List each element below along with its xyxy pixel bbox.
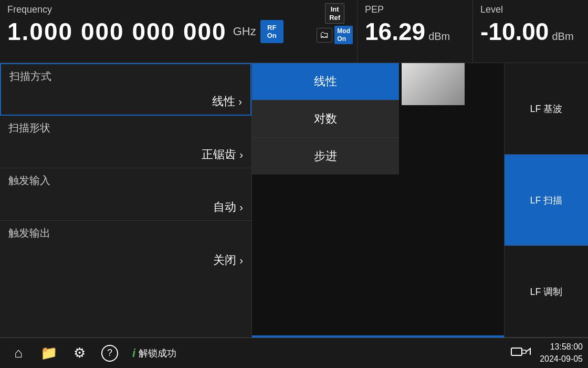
int-ref-line2: Ref [329, 14, 340, 22]
menu-item-trigger-output-value: 关闭 [213, 252, 236, 268]
left-menu-panel: 扫描方式 线性 › 扫描形状 正锯齿 › 触发输入 自动 › [0, 63, 252, 338]
freq-label: Frequency [7, 4, 305, 15]
help-icon: ? [101, 345, 118, 362]
file-icon-button[interactable]: 🗂 [317, 28, 332, 43]
dropdown-item-log[interactable]: 对数 [252, 100, 399, 138]
footer-time: 13:58:00 [540, 341, 583, 353]
folder-button[interactable]: 📁 [36, 342, 62, 365]
menu-item-trigger-input-value: 自动 [213, 199, 236, 215]
frequency-section: Frequency 1.000 000 000 000 GHz RF On [0, 0, 312, 63]
file-icon: 🗂 [320, 29, 329, 40]
level-value: -10.00 [480, 17, 549, 46]
func-btn-lf-mod[interactable]: LF 调制 [505, 246, 588, 338]
dropdown-item-linear[interactable]: 线性 [252, 63, 399, 100]
dropdown-item-step[interactable]: 步进 [252, 138, 399, 175]
chevron-right-icon3: › [239, 201, 243, 213]
menu-item-scan-shape-title: 扫描形状 [8, 121, 243, 135]
settings-button[interactable]: ⚙ [66, 342, 92, 365]
mod-on-badge: Mod On [334, 26, 353, 44]
chevron-right-icon4: › [239, 254, 243, 267]
connect-button[interactable] [510, 344, 531, 363]
footer-datetime: 13:58:00 2024-09-05 [540, 341, 583, 365]
menu-item-scan-shape-value: 正锯齿 [202, 147, 236, 162]
lf-base-label: LF 基波 [530, 103, 562, 115]
level-label: Level [480, 4, 581, 15]
menu-item-trigger-output[interactable]: 触发输出 关闭 › [0, 221, 251, 273]
menu-item-scan-shape[interactable]: 扫描形状 正锯齿 › [0, 116, 251, 168]
rf-on-button[interactable]: RF On [260, 20, 284, 43]
menu-item-trigger-output-title: 触发输出 [8, 226, 243, 240]
footer-date: 2024-09-05 [540, 353, 583, 365]
home-button[interactable]: ⌂ [5, 342, 32, 365]
footer-status: i 解锁成功 [127, 346, 506, 360]
mod-on-line2: On [337, 35, 350, 43]
help-button[interactable]: ? [97, 342, 123, 365]
menu-item-scan-mode-value: 线性 [212, 94, 235, 109]
info-icon: i [132, 346, 135, 360]
status-text: 解锁成功 [139, 347, 176, 360]
svg-rect-1 [522, 350, 526, 353]
folder-icon: 📁 [40, 345, 57, 361]
level-section: Level -10.00 dBm [472, 0, 588, 63]
freq-value: 1.000 000 000 000 [7, 17, 227, 46]
lf-scan-label: LF 扫描 [530, 194, 562, 207]
footer-right: 13:58:00 2024-09-05 [510, 341, 583, 365]
chevron-right-icon2: › [239, 149, 243, 161]
pep-label: PEP [365, 4, 465, 15]
pep-unit: dBm [428, 30, 450, 43]
color-swatch [402, 63, 465, 105]
rf-on-label2: On [267, 32, 277, 39]
bottom-accent-bar [252, 335, 504, 338]
int-ref-badge: Int Ref [325, 3, 344, 24]
main-content: 扫描方式 线性 › 扫描形状 正锯齿 › 触发输入 自动 › [0, 63, 588, 338]
func-btn-lf-scan[interactable]: LF 扫描 [505, 155, 588, 246]
gear-icon: ⚙ [74, 345, 86, 361]
int-ref-section: Int Ref 🗂 Mod On [312, 0, 357, 63]
svg-rect-0 [511, 348, 522, 355]
dropdown-menu: 线性 对数 步进 [252, 63, 399, 175]
header: Frequency 1.000 000 000 000 GHz RF On In… [0, 0, 588, 63]
home-icon: ⌂ [14, 345, 23, 361]
connect-icon [510, 344, 531, 360]
rf-on-label: RF [267, 24, 276, 32]
menu-item-trigger-input[interactable]: 触发输入 自动 › [0, 168, 251, 221]
center-area: 线性 对数 步进 [252, 63, 504, 338]
pep-value: 16.29 [365, 17, 425, 46]
func-btn-lf-base[interactable]: LF 基波 [505, 63, 588, 155]
pep-section: PEP 16.29 dBm [357, 0, 472, 63]
mod-on-line1: Mod [337, 27, 350, 35]
freq-unit: GHz [233, 25, 256, 38]
right-function-panel: LF 基波 LF 扫描 LF 调制 [504, 63, 588, 338]
menu-item-trigger-input-title: 触发输入 [8, 173, 243, 188]
level-unit: dBm [552, 30, 573, 43]
menu-item-scan-mode-title: 扫描方式 [9, 69, 242, 84]
chevron-right-icon: › [238, 96, 242, 108]
menu-item-scan-mode[interactable]: 扫描方式 线性 › [0, 63, 251, 116]
int-ref-line1: Int [329, 5, 340, 14]
lf-mod-label: LF 调制 [530, 285, 562, 298]
footer: ⌂ 📁 ⚙ ? i 解锁成功 13:58:00 2024-09-05 [0, 338, 588, 368]
